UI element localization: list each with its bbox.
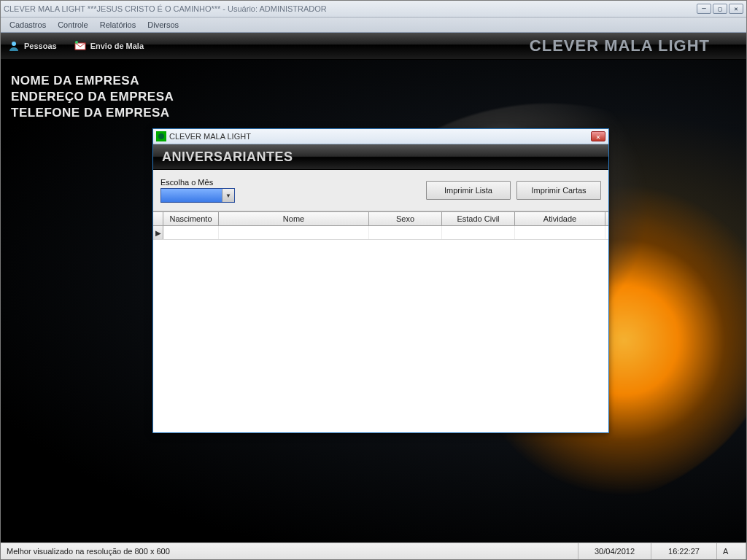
svg-point-4 [158, 133, 164, 139]
mail-send-icon [74, 40, 86, 52]
cell-atividade [515, 226, 605, 239]
menubar: Cadastros Controle Relatórios Diversos [1, 18, 746, 33]
titlebar-text: CLEVER MALA LIGHT ***JESUS CRISTO É O CA… [4, 4, 697, 13]
menu-cadastros[interactable]: Cadastros [4, 20, 52, 29]
toolbar: Pessoas Envio de Mala CLEVER MALA LIGHT [1, 33, 746, 60]
grid-corner [153, 212, 163, 225]
content-area: NOME DA EMPRESA ENDEREÇO DA EMPRESA TELE… [1, 60, 746, 542]
chevron-down-icon[interactable]: ▼ [222, 189, 234, 202]
dialog-titlebar: CLEVER MALA LIGHT ✕ [153, 129, 608, 144]
toolbar-envio-label: Envio de Mala [90, 42, 144, 50]
cell-nome [219, 226, 369, 239]
cell-sexo [369, 226, 442, 239]
dialog-close-button[interactable]: ✕ [591, 131, 605, 141]
print-letters-button[interactable]: Imprimir Cartas [516, 181, 601, 200]
grid-row[interactable]: ▶ [153, 226, 608, 240]
grid-col-estado[interactable]: Estado Civil [442, 212, 515, 225]
grid-col-atividade[interactable]: Atividade [515, 212, 605, 225]
company-info: NOME DA EMPRESA ENDEREÇO DA EMPRESA TELE… [11, 73, 174, 121]
close-button[interactable]: ✕ [729, 4, 743, 14]
grid-header: Nascimento Nome Sexo Estado Civil Ativid… [153, 212, 608, 226]
grid-col-sexo[interactable]: Sexo [369, 212, 442, 225]
dialog-aniversariantes: CLEVER MALA LIGHT ✕ ANIVERSARIANTES Esco… [152, 128, 609, 433]
menu-controle[interactable]: Controle [52, 20, 94, 29]
print-list-button[interactable]: Imprimir Lista [426, 181, 511, 200]
toolbar-envio-button[interactable]: Envio de Mala [74, 40, 144, 52]
status-mode: A [717, 543, 746, 559]
window-controls: ─ ▢ ✕ [697, 4, 743, 14]
cell-nascimento [163, 226, 219, 239]
month-block: Escolha o Mês ▼ [160, 178, 235, 203]
titlebar-app: CLEVER MALA LIGHT [4, 4, 85, 13]
menu-relatorios[interactable]: Relatórios [94, 20, 142, 29]
company-name: NOME DA EMPRESA [11, 73, 174, 89]
statusbar: Melhor visualizado na resolução de 800 x… [1, 542, 746, 559]
month-select[interactable]: ▼ [160, 188, 235, 203]
dialog-controls: Escolha o Mês ▼ Imprimir Lista Imprimir … [153, 170, 608, 211]
status-date: 30/04/2012 [578, 543, 651, 559]
toolbar-pessoas-button[interactable]: Pessoas [8, 40, 57, 52]
app-icon [156, 131, 166, 141]
menu-diversos[interactable]: Diversos [142, 20, 185, 29]
maximize-button[interactable]: ▢ [713, 4, 727, 14]
minimize-button[interactable]: ─ [697, 4, 711, 14]
toolbar-pessoas-label: Pessoas [24, 42, 57, 50]
dialog-title: CLEVER MALA LIGHT [169, 132, 591, 141]
status-time: 16:22:27 [651, 543, 717, 559]
grid-col-nascimento[interactable]: Nascimento [163, 212, 219, 225]
dialog-header-text: ANIVERSARIANTES [162, 149, 293, 165]
toolbar-app-title: CLEVER MALA LIGHT [530, 36, 710, 55]
person-icon [8, 40, 20, 52]
titlebar-msg: ***JESUS CRISTO É O CAMINHO*** [85, 4, 223, 13]
company-phone: TELEFONE DA EMPRESA [11, 105, 174, 121]
dialog-grid: Nascimento Nome Sexo Estado Civil Ativid… [153, 211, 608, 432]
svg-point-2 [75, 41, 78, 44]
company-address: ENDEREÇO DA EMPRESA [11, 89, 174, 105]
svg-point-0 [12, 42, 16, 46]
row-marker-icon: ▶ [153, 226, 163, 239]
dialog-buttons: Imprimir Lista Imprimir Cartas [426, 181, 601, 200]
status-hint: Melhor visualizado na resolução de 800 x… [1, 543, 578, 559]
titlebar-user: - Usuário: ADMINISTRADOR [222, 4, 326, 13]
dialog-header: ANIVERSARIANTES [153, 144, 608, 170]
grid-col-nome[interactable]: Nome [219, 212, 369, 225]
month-label: Escolha o Mês [160, 178, 235, 187]
main-window: CLEVER MALA LIGHT ***JESUS CRISTO É O CA… [0, 0, 747, 560]
cell-estado [442, 226, 515, 239]
titlebar: CLEVER MALA LIGHT ***JESUS CRISTO É O CA… [1, 1, 746, 18]
